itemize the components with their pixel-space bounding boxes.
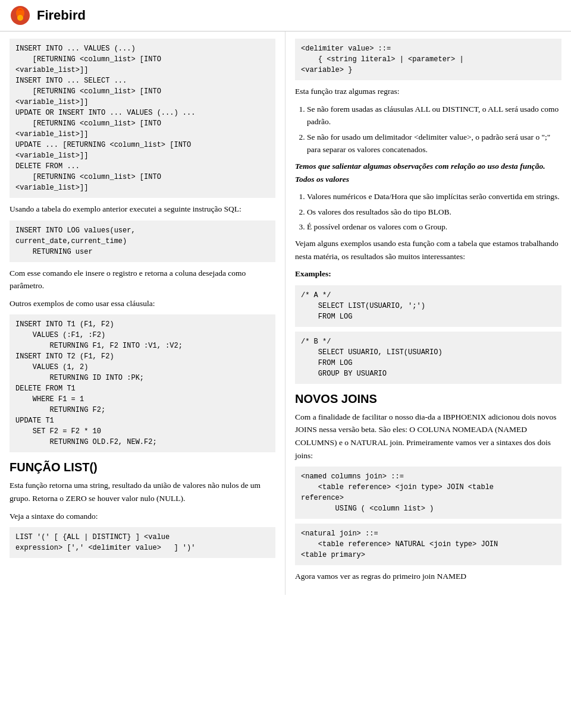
syntax-natural-join: <natural join> ::= <table reference> NAT… — [295, 524, 561, 565]
rule-1: Se não forem usadas as cláusulas ALL ou … — [307, 103, 561, 128]
examples-label: Examples: — [295, 267, 561, 281]
right-column: <delimiter value> ::= { <string literal>… — [286, 31, 571, 595]
prose-3: Outros exemplos de como usar essa cláusu… — [10, 297, 275, 310]
prose-joins-2: Agora vamos ver as regras do primeiro jo… — [295, 570, 561, 583]
code-block-2: INSERT INTO LOG values(user, current_dat… — [10, 220, 275, 262]
syntax-named-join: <named columns join> ::= <table referenc… — [295, 467, 561, 519]
code-block-3: INSERT INTO T1 (F1, F2) VALUES (:F1, :F2… — [10, 314, 275, 452]
left-column: INSERT INTO ... VALUES (...) [RETURNING … — [0, 31, 286, 595]
obs-list: Valores numéricos e Data/Hora que são im… — [295, 190, 561, 234]
prose-joins-1: Com a finalidade de facilitar o nosso di… — [295, 411, 561, 462]
code-block-4: LIST '(' [ {ALL | DISTINCT} ] <value exp… — [10, 527, 275, 558]
app-title: Firebird — [37, 8, 86, 23]
page-header: Firebird — [0, 0, 571, 31]
prose-1: Usando a tabela do exemplo anterior exec… — [10, 203, 275, 216]
bold-obs-text: Temos que salientar algumas observações … — [295, 162, 545, 184]
obs-1: Valores numéricos e Data/Hora que são im… — [307, 190, 561, 203]
main-content: INSERT INTO ... VALUES (...) [RETURNING … — [0, 31, 571, 595]
prose-2: Com esse comando ele insere o registro e… — [10, 267, 275, 292]
section-title-joins: NOVOS JOINS — [295, 392, 561, 406]
section-title-list: FUNÇÃO LIST() — [10, 461, 275, 474]
prose-examples: Vejam alguns exemplos usando esta função… — [295, 237, 561, 263]
syntax-block-right-1: <delimiter value> ::= { <string literal>… — [295, 39, 561, 80]
prose-4: Esta função retorna uma string, resultad… — [10, 479, 275, 505]
rule-2: Se não for usado um delimitador <delimit… — [307, 131, 561, 156]
syntax-block-1: INSERT INTO ... VALUES (...) [RETURNING … — [10, 39, 275, 198]
prose-5: Veja a sintaxe do comando: — [10, 510, 275, 523]
firebird-logo — [10, 5, 31, 26]
rules-title: Esta função traz algumas regras: — [295, 85, 561, 98]
code-example-a: /* A */ SELECT LIST(USUARIO, ';') FROM L… — [295, 285, 561, 327]
obs-2: Os valores dos resultados são do tipo BL… — [307, 206, 561, 219]
bold-observation: Temos que salientar algumas observações … — [295, 160, 561, 185]
rules-list: Se não forem usadas as cláusulas ALL ou … — [295, 103, 561, 156]
obs-3: É possível ordenar os valores com o Grou… — [307, 220, 561, 234]
code-example-b: /* B */ SELECT USUARIO, LIST(USUARIO) FR… — [295, 332, 561, 384]
svg-point-2 — [17, 15, 23, 21]
